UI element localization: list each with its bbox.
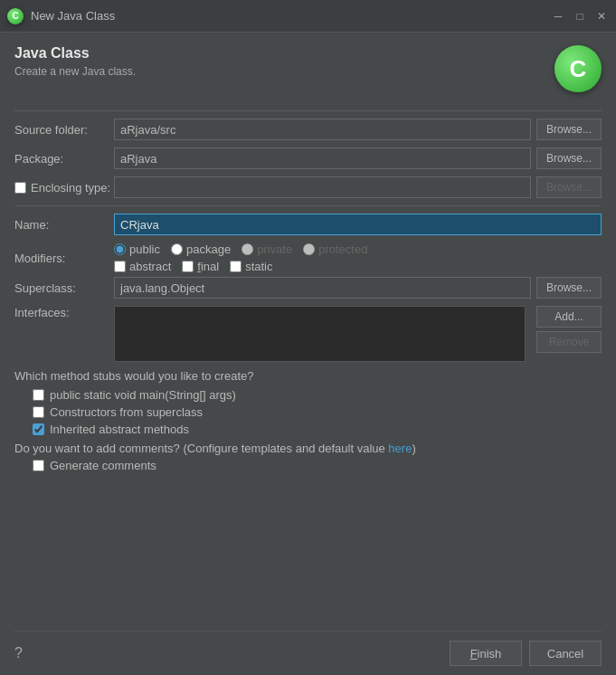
header-text: Java Class Create a new Java class.: [14, 45, 554, 78]
stub-main: public static void main(String[] args): [33, 388, 602, 402]
titlebar-title: New Java Class: [31, 9, 551, 23]
package-row: Package: Browse...: [14, 147, 602, 169]
close-button[interactable]: ✕: [594, 9, 609, 24]
modifiers-radio-line: public package private protected: [114, 242, 367, 256]
modifier-public-radio[interactable]: [114, 243, 126, 255]
titlebar-controls: ─ □ ✕: [551, 9, 609, 24]
header-section: Java Class Create a new Java class. C: [14, 45, 602, 92]
finish-button[interactable]: Finish: [450, 641, 522, 666]
modifiers-label: Modifiers:: [14, 252, 114, 265]
generate-comments-label: Generate comments: [50, 459, 156, 472]
source-folder-row: Source folder: Browse...: [14, 119, 602, 140]
stub-constructors-label: Constructors from superclass: [50, 405, 203, 419]
cancel-button[interactable]: Cancel: [529, 641, 602, 666]
enclosing-type-input[interactable]: [114, 176, 531, 198]
modifier-static-checkbox[interactable]: [230, 261, 242, 272]
comments-section: Do you want to add comments? (Configure …: [14, 442, 602, 472]
name-row: Name:: [14, 214, 602, 235]
modifier-package-radio[interactable]: [171, 243, 183, 255]
modifier-final[interactable]: final: [182, 260, 219, 273]
stub-constructors: Constructors from superclass: [33, 405, 602, 419]
enclosing-type-browse-button[interactable]: Browse...: [536, 176, 602, 198]
comments-question: Do you want to add comments? (Configure …: [14, 442, 416, 455]
modifier-private-radio[interactable]: [242, 243, 253, 255]
modifiers-check-line: abstract final static: [114, 260, 367, 273]
modifier-package[interactable]: package: [171, 242, 231, 256]
enclosing-type-label-area: Enclosing type:: [14, 181, 114, 195]
package-browse-button[interactable]: Browse...: [536, 147, 602, 169]
modifier-protected-radio[interactable]: [303, 243, 315, 255]
header-separator: [14, 110, 602, 111]
enclosing-type-label: Enclosing type:: [31, 181, 110, 195]
interfaces-add-button[interactable]: Add...: [536, 306, 602, 328]
help-button[interactable]: ?: [14, 645, 23, 661]
stubs-section: Which method stubs would you like to cre…: [14, 369, 602, 436]
source-folder-browse-button[interactable]: Browse...: [536, 119, 602, 140]
minimize-button[interactable]: ─: [551, 9, 565, 24]
source-folder-label: Source folder:: [14, 123, 114, 137]
stub-constructors-checkbox[interactable]: [33, 406, 44, 418]
superclass-label: Superclass:: [14, 281, 114, 295]
modifier-protected[interactable]: protected: [303, 242, 367, 256]
dialog-subtitle: Create a new Java class.: [14, 65, 554, 78]
source-folder-input[interactable]: [114, 119, 531, 140]
superclass-row: Superclass: Browse...: [14, 277, 602, 299]
interfaces-label: Interfaces:: [14, 306, 114, 319]
interfaces-buttons: Add... Remove: [531, 306, 602, 353]
superclass-input[interactable]: [114, 277, 531, 299]
dialog-body: Java Class Create a new Java class. C So…: [0, 33, 616, 675]
titlebar: C New Java Class ─ □ ✕: [0, 0, 616, 33]
interfaces-remove-button[interactable]: Remove: [536, 331, 602, 353]
name-label: Name:: [14, 218, 114, 232]
name-input[interactable]: [114, 214, 602, 235]
form-separator: [14, 205, 602, 206]
stub-inherited-checkbox[interactable]: [33, 423, 44, 435]
modifier-abstract[interactable]: abstract: [114, 260, 171, 273]
footer-buttons: Finish Cancel: [450, 641, 602, 666]
stub-main-checkbox[interactable]: [33, 389, 44, 401]
modifier-abstract-checkbox[interactable]: [114, 261, 126, 272]
stub-main-label: public static void main(String[] args): [50, 388, 236, 402]
modifier-public[interactable]: public: [114, 242, 160, 256]
package-input[interactable]: [114, 147, 531, 169]
modifier-final-checkbox[interactable]: [182, 261, 194, 272]
stub-inherited: Inherited abstract methods: [33, 423, 602, 436]
interfaces-list: [114, 306, 526, 362]
comments-link[interactable]: here: [388, 442, 412, 455]
stubs-question: Which method stubs would you like to cre…: [14, 369, 602, 383]
modifier-private[interactable]: private: [242, 242, 292, 256]
modifiers-options: public package private protected: [114, 242, 367, 273]
dialog-title: Java Class: [14, 45, 554, 62]
generate-comments-row: Generate comments: [33, 459, 602, 472]
java-class-icon: C: [554, 45, 602, 92]
interfaces-row: Interfaces: Add... Remove: [14, 306, 602, 362]
superclass-browse-button[interactable]: Browse...: [536, 277, 602, 299]
titlebar-icon: C: [7, 8, 24, 24]
app-icon: C: [7, 8, 24, 24]
modifier-static[interactable]: static: [230, 260, 272, 273]
package-label: Package:: [14, 152, 114, 166]
enclosing-type-row: Enclosing type: Browse...: [14, 176, 602, 198]
maximize-button[interactable]: □: [573, 9, 587, 24]
form-section: Source folder: Browse... Package: Browse…: [14, 119, 602, 620]
footer: ? Finish Cancel: [14, 631, 602, 675]
generate-comments-checkbox[interactable]: [33, 460, 44, 471]
stub-inherited-label: Inherited abstract methods: [50, 423, 189, 436]
modifiers-row: Modifiers: public package private: [14, 242, 602, 273]
enclosing-type-checkbox[interactable]: [14, 182, 26, 194]
